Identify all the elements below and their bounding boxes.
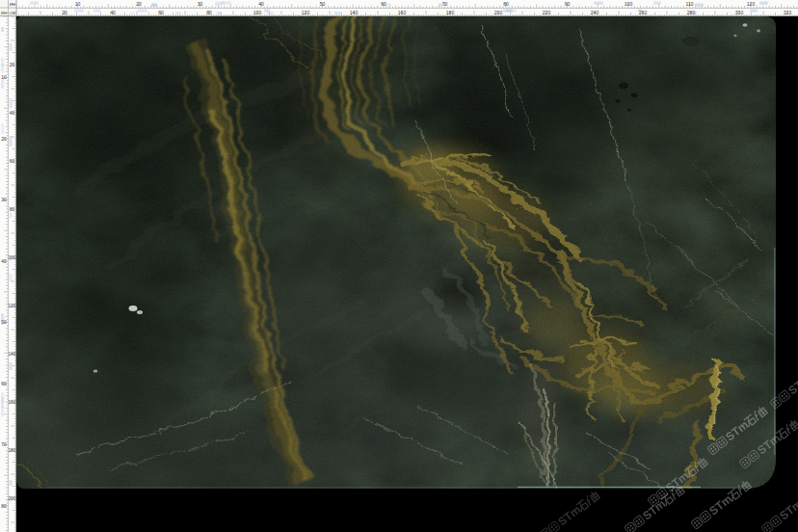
svg-text:120: 120 <box>302 10 310 15</box>
svg-text:140: 140 <box>8 352 15 357</box>
svg-text:40: 40 <box>110 10 116 15</box>
svg-text:60: 60 <box>10 159 15 164</box>
svg-text:ИН: ИН <box>1 11 7 15</box>
svg-text:120: 120 <box>8 304 15 308</box>
svg-text:80: 80 <box>1 504 7 509</box>
svg-text:СМ: СМ <box>9 11 15 15</box>
svg-text:80: 80 <box>503 1 509 7</box>
svg-text:60: 60 <box>1 382 7 386</box>
svg-text:30: 30 <box>1 198 7 202</box>
svg-text:120: 120 <box>747 1 756 7</box>
svg-text:200: 200 <box>494 10 503 15</box>
svg-text:300: 300 <box>735 10 744 15</box>
svg-text:80: 80 <box>10 207 15 212</box>
svg-text:30: 30 <box>198 1 203 7</box>
svg-text:40: 40 <box>1 259 7 264</box>
svg-text:220: 220 <box>543 10 551 15</box>
svg-text:20: 20 <box>136 1 142 7</box>
svg-text:160: 160 <box>398 10 407 15</box>
svg-text:20: 20 <box>10 63 15 67</box>
svg-text:100: 100 <box>253 10 262 15</box>
svg-text:140: 140 <box>350 10 359 15</box>
svg-text:ИН: ИН <box>10 2 15 7</box>
svg-text:50: 50 <box>320 1 326 7</box>
svg-text:80: 80 <box>206 10 212 15</box>
svg-text:20: 20 <box>62 10 67 15</box>
svg-text:160: 160 <box>8 400 15 405</box>
svg-text:40: 40 <box>258 1 264 7</box>
svg-text:20: 20 <box>1 137 7 142</box>
svg-text:60: 60 <box>158 10 164 15</box>
svg-text:320: 320 <box>784 10 792 15</box>
svg-text:100: 100 <box>625 1 633 7</box>
svg-text:180: 180 <box>8 448 15 453</box>
svg-text:90: 90 <box>565 1 571 7</box>
svg-text:10: 10 <box>75 1 81 7</box>
svg-text:40: 40 <box>10 111 15 116</box>
svg-text:70: 70 <box>1 442 7 447</box>
svg-text:240: 240 <box>591 10 599 15</box>
svg-text:180: 180 <box>446 10 455 15</box>
svg-text:110: 110 <box>686 1 694 7</box>
